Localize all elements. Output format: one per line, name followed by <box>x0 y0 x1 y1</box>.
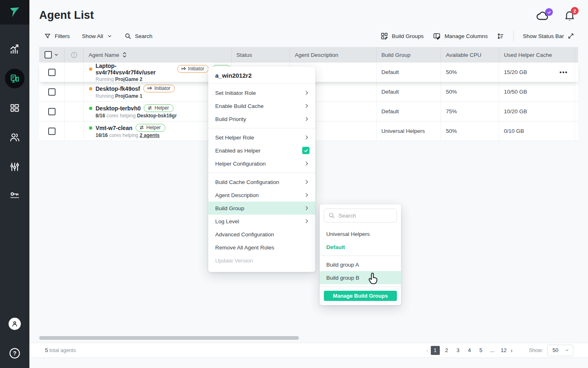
show-all-label: Show All <box>82 33 103 39</box>
build-group-cell: Universal Helpers <box>376 121 441 141</box>
initiator-icon <box>181 66 186 72</box>
menu-item-set-helper-role[interactable]: Set Helper Role <box>208 131 315 144</box>
manage-columns-button[interactable]: Manage Columns <box>433 32 488 40</box>
menu-item-advanced-configuration[interactable]: Advanced Configuration <box>208 228 315 241</box>
menu-item-update-version: Update Version <box>208 254 315 267</box>
horizontal-scrollbar[interactable] <box>39 336 299 340</box>
check-icon <box>304 148 308 153</box>
sidebar-item-settings[interactable] <box>0 157 29 177</box>
row-sub-project: ProjGame 2 <box>115 76 143 82</box>
page-button-1[interactable]: 1 <box>431 346 440 355</box>
menu-item-enabled-as-helper[interactable]: Enabled as Helper <box>208 144 315 157</box>
build-group-search-input[interactable] <box>339 213 383 219</box>
helped-agents-link[interactable]: 2 agents <box>140 132 160 138</box>
row-checkbox[interactable] <box>48 128 56 135</box>
agent-description-header-label: Agent Description <box>295 52 339 58</box>
page-size-select[interactable]: 50 <box>547 345 573 356</box>
header-agent-name[interactable]: Agent Name <box>84 47 232 63</box>
badge-label: Helper <box>146 125 160 130</box>
menu-item-helper-configuration[interactable]: Helper Configuration <box>208 157 315 170</box>
agent-name: Desktop-fk49osf <box>96 85 140 92</box>
menu-item-log-level[interactable]: Log Level <box>208 215 315 228</box>
build-group-search[interactable] <box>324 209 397 222</box>
build-groups-button[interactable]: Build Groups <box>381 32 424 40</box>
header-agent-description[interactable]: Agent Description <box>290 47 376 63</box>
build-group-submenu: Universal Helpers Default Build group A … <box>320 204 401 305</box>
page-size-value: 50 <box>552 347 558 353</box>
settings-sliders-icon <box>9 161 20 173</box>
page-button-3[interactable]: 3 <box>454 346 463 355</box>
show-status-bar-button[interactable]: Show Status Bar <box>523 33 574 39</box>
menu-item-build-group[interactable]: Build Group <box>208 202 315 215</box>
show-all-dropdown[interactable]: Show All <box>82 33 112 39</box>
cloud-status-button[interactable] <box>536 10 550 21</box>
sidebar-item-license[interactable] <box>0 186 29 205</box>
header-build-group[interactable]: Build Group <box>376 47 441 63</box>
alert-circle-icon <box>70 51 78 59</box>
submenu-divider <box>320 256 401 256</box>
menu-item-build-priority[interactable]: Build Priority <box>208 112 315 126</box>
header-used-helper-cache[interactable]: Used Helper Cache <box>499 47 575 63</box>
header-available-cpu[interactable]: Available CPU <box>441 47 499 63</box>
status-header-label: Status <box>236 52 252 58</box>
app-logo[interactable] <box>0 0 29 25</box>
row-checkbox[interactable] <box>48 108 56 115</box>
menu-item-set-initiator-role[interactable]: Set Initiator Role <box>208 86 315 99</box>
row-spacer <box>575 63 580 82</box>
sidebar-item-builds[interactable] <box>0 98 29 118</box>
row-sub-text: Running <box>96 76 114 82</box>
row-spacer <box>575 82 580 101</box>
sidebar-item-analytics[interactable] <box>0 39 29 59</box>
row-spacer <box>575 102 580 121</box>
agent-name-header-label: Agent Name <box>89 52 119 58</box>
menu-item-remove-all-agent-roles[interactable]: Remove All Agent Roles <box>208 241 315 254</box>
manage-build-groups-button[interactable]: Manage Build Groups <box>324 291 397 301</box>
build-groups-icon <box>381 32 388 40</box>
page-button-5[interactable]: 5 <box>477 346 486 355</box>
badge-label: Helper <box>154 105 169 111</box>
sidebar-user-avatar[interactable] <box>0 314 29 334</box>
agent-name: Laptop-sv4r7f4vsv4r7f4v/user <box>96 63 174 76</box>
build-group-option-a[interactable]: Build group A <box>320 258 401 271</box>
sidebar-help[interactable]: ? <box>0 343 29 363</box>
search-label: Search <box>135 33 153 39</box>
sort-amount-icon <box>497 32 504 40</box>
row-actions-kebab[interactable]: ••• <box>559 69 568 76</box>
menu-item-enable-build-cache[interactable]: Enable Build Cache <box>208 99 315 112</box>
filters-button[interactable]: Filters <box>44 33 70 40</box>
search-button[interactable]: Search <box>125 33 153 40</box>
row-checkbox[interactable] <box>48 69 56 76</box>
cloud-check-badge <box>545 8 553 16</box>
build-group-option-default[interactable]: Default <box>320 240 401 254</box>
build-group-option-universal-helpers[interactable]: Universal Helpers <box>320 227 401 240</box>
next-page-button[interactable]: › <box>511 347 513 354</box>
sidebar-item-agents[interactable] <box>0 69 29 88</box>
notifications-button[interactable]: 2 <box>564 10 575 21</box>
sort-toggle-icon[interactable] <box>122 52 127 58</box>
header-alert-cell <box>65 47 84 63</box>
row-sub-project: ProjGame 1 <box>115 93 143 99</box>
search-icon <box>125 33 131 40</box>
header-status[interactable]: Status <box>232 47 290 63</box>
select-menu-chevron-icon[interactable] <box>54 52 59 57</box>
enabled-helper-checkbox[interactable] <box>302 147 310 154</box>
chevron-right-icon <box>304 192 310 198</box>
available-cpu-cell: 75% <box>441 102 499 121</box>
manage-columns-label: Manage Columns <box>445 33 488 39</box>
page-button-12[interactable]: 12 <box>499 346 508 355</box>
row-checkbox[interactable] <box>48 88 56 96</box>
menu-item-build-cache-configuration[interactable]: Build Cache Configuration <box>208 175 315 188</box>
build-group-option-b[interactable]: Build group B <box>320 271 401 284</box>
toolbar-divider <box>513 31 514 41</box>
prev-page-button[interactable]: ‹ <box>426 347 428 354</box>
pagination: ‹ 1 2 3 4 5 ... 12 › <box>426 346 512 355</box>
badge-label: Initiator <box>188 66 204 72</box>
check-icon <box>547 10 551 14</box>
sidebar-item-users[interactable] <box>0 128 29 147</box>
available-cpu-cell: 50% <box>441 121 499 141</box>
menu-item-agent-description[interactable]: Agent Description <box>208 188 315 202</box>
sort-button[interactable] <box>497 32 504 40</box>
select-all-checkbox[interactable] <box>45 51 52 58</box>
page-button-4[interactable]: 4 <box>465 346 474 355</box>
page-button-2[interactable]: 2 <box>442 346 451 355</box>
